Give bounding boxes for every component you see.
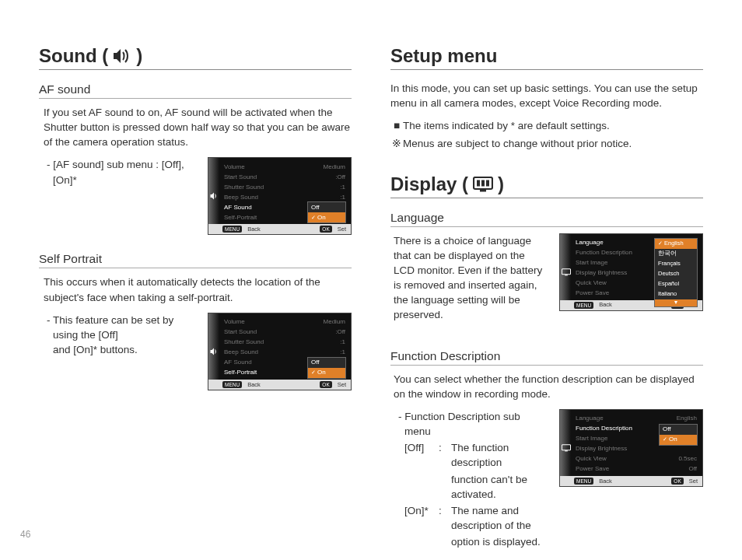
menu-tag: MENU: [222, 381, 242, 388]
svg-rect-6: [565, 275, 568, 275]
sound-title-suffix: ): [136, 45, 142, 67]
svg-rect-7: [562, 445, 570, 450]
language-screen: Language Function Description Start Imag…: [559, 233, 703, 311]
af-sound-desc: If you set AF sound to on, AF sound will…: [44, 105, 352, 149]
popup-option-selected: ✓English: [655, 239, 697, 249]
popup-option: Deutsch: [655, 269, 697, 279]
menu-tag: MENU: [574, 302, 593, 309]
check-icon: ✓: [663, 436, 667, 443]
footer-set: Set: [689, 478, 698, 485]
monitor-icon: [473, 177, 493, 192]
ok-tag: OK: [320, 381, 331, 388]
square-marker-icon: ■: [390, 118, 403, 133]
language-heading: Language: [390, 211, 703, 227]
af-sound-popup: Off ✓On: [307, 201, 346, 223]
check-icon: ✓: [311, 369, 316, 376]
chevron-down-icon: ▾: [655, 299, 697, 306]
screen-footer: MENU Back OK Set: [208, 380, 351, 390]
footer-back: Back: [247, 381, 261, 388]
footer-set: Set: [338, 226, 346, 233]
func-off-val2: function can't be activated.: [451, 472, 548, 502]
popup-option: 한국어: [655, 249, 697, 259]
func-on-row2: option is displayed.: [404, 534, 548, 549]
self-portrait-sub2: and [On]* buttons.: [53, 342, 197, 357]
setup-bullet-1-text: The items indicated by * are default set…: [403, 118, 610, 133]
popup-option: Français: [655, 259, 697, 269]
display-title: Display ( ): [390, 173, 703, 198]
display-title-prefix: Display (: [390, 173, 468, 195]
popup-option-off: Off: [308, 358, 345, 368]
ok-tag: OK: [671, 478, 683, 485]
colon: :: [439, 440, 446, 470]
footer-back: Back: [599, 478, 612, 485]
popup-option: Español: [655, 279, 697, 289]
footer-back: Back: [247, 226, 261, 233]
footer-set: Set: [338, 381, 346, 388]
svg-rect-1: [477, 180, 480, 186]
menu-row: Start Sound:Off: [222, 172, 347, 182]
display-title-suffix: ): [498, 173, 504, 195]
af-sound-screen: VolumeMedium Start Sound:Off Shutter Sou…: [208, 157, 352, 235]
reference-marker-icon: ※: [390, 136, 403, 151]
speaker-icon: [113, 47, 131, 65]
func-on-row: [On]* : The name and description of the: [404, 503, 548, 533]
func-on-val1: The name and description of the: [451, 503, 548, 533]
menu-row: LanguageEnglish: [574, 414, 698, 424]
menu-row: Power SaveOff: [574, 464, 698, 474]
self-portrait-desc: This occurs when it automatically detect…: [44, 275, 352, 304]
menu-row: VolumeMedium: [222, 162, 347, 172]
popup-option-on: ✓On: [308, 368, 345, 378]
page-number: 46: [20, 529, 30, 540]
svg-rect-2: [481, 180, 485, 186]
func-screen: LanguageEnglish Function Description Sta…: [559, 409, 703, 487]
setup-bullet-2: ※ Menus are subject to change without pr…: [390, 136, 703, 151]
screen-footer: MENU Back OK Set: [560, 476, 702, 486]
popup-option-on: ✓On: [660, 435, 697, 445]
check-icon: ✓: [658, 240, 663, 247]
func-off-key: [Off]: [404, 440, 434, 470]
func-on-val2: option is displayed.: [451, 534, 548, 549]
sound-title-prefix: Sound (: [39, 45, 108, 67]
af-sound-submenu: - [AF sound] sub menu : [Off], [On]*: [53, 157, 197, 187]
svg-rect-8: [565, 450, 568, 451]
monitor-icon: [562, 443, 571, 453]
func-sub0: - Function Description sub menu: [404, 409, 548, 439]
language-desc: There is a choice of language that can b…: [394, 233, 548, 323]
func-popup: Off ✓On: [659, 424, 698, 446]
func-off-row: [Off] : The function description: [404, 440, 548, 470]
popup-option-on: ✓On: [308, 212, 345, 222]
svg-rect-5: [562, 268, 570, 274]
self-portrait-sub1: - This feature can be set by using the […: [53, 313, 197, 342]
svg-rect-3: [486, 180, 489, 186]
func-off-row2: function can't be activated.: [404, 472, 548, 502]
menu-row: Quick View0.5sec: [574, 454, 698, 464]
footer-back: Back: [599, 301, 612, 308]
svg-rect-4: [480, 190, 486, 192]
func-desc-text: You can select whether the function desc…: [394, 372, 703, 401]
popup-option: Italiano: [655, 289, 697, 299]
popup-option-off: Off: [308, 202, 345, 212]
menu-row: VolumeMedium: [222, 317, 347, 327]
setup-menu-title: Setup menu: [390, 45, 703, 70]
self-portrait-screen: VolumeMedium Start Sound:Off Shutter Sou…: [208, 313, 352, 390]
menu-tag: MENU: [574, 478, 593, 485]
menu-row: Start Sound:Off: [222, 327, 347, 338]
speaker-icon: [210, 347, 219, 356]
af-sound-heading: AF sound: [39, 82, 352, 99]
self-portrait-popup: Off ✓On: [307, 357, 346, 379]
func-desc-heading: Function Description: [390, 349, 703, 366]
speaker-icon: [210, 191, 219, 201]
setup-bullet-1: ■ The items indicated by * are default s…: [390, 118, 703, 133]
menu-tag: MENU: [222, 226, 242, 233]
check-icon: ✓: [311, 215, 316, 222]
func-on-key: [On]*: [404, 503, 434, 533]
func-off-val1: The function description: [451, 440, 548, 470]
menu-row: Shutter Sound:1: [222, 182, 347, 192]
ok-tag: OK: [320, 226, 331, 233]
sound-title: Sound ( ): [39, 45, 352, 70]
setup-bullet-2-text: Menus are subject to change without prio…: [403, 136, 632, 151]
menu-row: Shutter Sound:1: [222, 338, 347, 348]
monitor-icon: [562, 268, 571, 277]
setup-desc: In this mode, you can set up basic setti…: [390, 81, 703, 110]
popup-option-off: Off: [660, 425, 697, 435]
